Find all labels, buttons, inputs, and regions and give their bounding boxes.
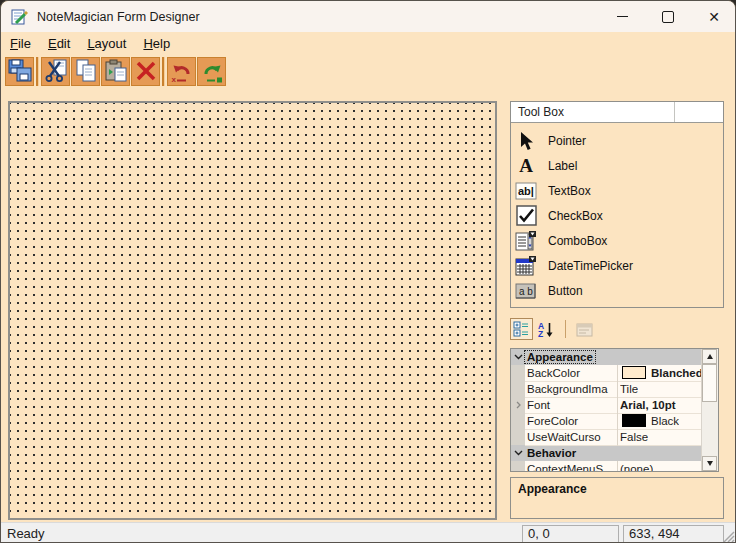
undo-icon: x [170, 59, 194, 83]
menubar: File Edit Layout Help [1, 32, 736, 54]
form-design-surface[interactable] [8, 101, 497, 520]
close-button[interactable]: ✕ [691, 1, 736, 32]
toolbar-separator [35, 57, 40, 86]
chevron-down-icon [511, 354, 525, 360]
label-icon: A [515, 155, 537, 176]
toolbox-header-divider [674, 102, 675, 122]
window-title: NoteMagician Form Designer [37, 10, 200, 24]
property-description-panel: Appearance [510, 477, 724, 519]
alphabetical-sort-button[interactable]: A Z [535, 318, 558, 340]
cut-icon [44, 59, 68, 83]
scrollbar-thumb[interactable] [702, 364, 717, 402]
description-title: Appearance [518, 482, 716, 496]
paste-button[interactable] [101, 57, 130, 86]
toolbox-item-checkbox[interactable]: CheckBox [511, 203, 723, 228]
toolbox-item-label[interactable]: A Label [511, 153, 723, 178]
property-grid-scrollbar[interactable] [701, 349, 718, 471]
redo-button[interactable] [197, 57, 226, 86]
app-window: NoteMagician Form Designer ✕ File Edit L… [0, 0, 736, 543]
toolbox-header-label: Tool Box [518, 105, 564, 119]
chevron-right-icon [516, 399, 521, 411]
categorized-button[interactable] [510, 318, 533, 340]
copy-icon [74, 59, 98, 83]
save-icon [8, 59, 32, 83]
status-ready-text: Ready [7, 523, 45, 543]
svg-text:a b: a b [519, 285, 533, 296]
toolbox-header[interactable]: Tool Box [511, 102, 723, 123]
toolbox-panel: Tool Box Pointer A Label ab| [510, 101, 724, 308]
property-row-font[interactable]: Font Arial, 10pt [511, 397, 704, 413]
menu-file[interactable]: File [10, 36, 31, 51]
datetimepicker-icon [515, 255, 537, 276]
checkbox-icon [515, 205, 537, 226]
property-row-backcolor[interactable]: BackColor BlanchedAlm [511, 365, 704, 381]
button-icon: a b [515, 280, 537, 301]
undo-button[interactable]: x [167, 57, 196, 86]
svg-text:ab|: ab| [518, 185, 534, 197]
delete-button[interactable] [131, 57, 160, 86]
menu-help[interactable]: Help [143, 36, 170, 51]
property-pages-button[interactable] [573, 318, 596, 340]
menu-layout[interactable]: Layout [87, 36, 126, 51]
copy-button[interactable] [71, 57, 100, 86]
toolbar: x [5, 56, 227, 86]
property-row-backgroundimage[interactable]: BackgroundIma Tile [511, 381, 704, 397]
property-toolbar-separator [565, 320, 566, 338]
forecolor-swatch [622, 414, 646, 427]
redo-icon [200, 59, 224, 83]
delete-icon [134, 59, 158, 83]
maximize-icon [662, 11, 674, 23]
scroll-up-button[interactable] [702, 349, 717, 364]
toolbox-item-button[interactable]: a b Button [511, 278, 723, 303]
resize-grip[interactable] [722, 530, 735, 543]
property-category-appearance[interactable]: Appearance [511, 349, 704, 365]
cut-button[interactable] [41, 57, 70, 86]
svg-text:x: x [171, 75, 176, 83]
save-button[interactable] [5, 57, 34, 86]
combobox-icon [515, 230, 537, 251]
triangle-down-icon [707, 461, 713, 466]
menu-edit[interactable]: Edit [48, 36, 70, 51]
backcolor-swatch [622, 366, 646, 379]
statusbar: Ready 0, 0 633, 494 [1, 522, 736, 543]
property-category-behavior[interactable]: Behavior [511, 445, 704, 461]
svg-text:Z: Z [538, 329, 543, 338]
property-grid-toolbar: A Z [510, 316, 724, 342]
minimize-icon [617, 16, 628, 17]
property-row-forecolor[interactable]: ForeColor Black [511, 413, 704, 429]
minimize-button[interactable] [599, 1, 645, 32]
toolbox-item-combobox[interactable]: ComboBox [511, 228, 723, 253]
property-grid: Appearance BackColor BlanchedAlm Backgro… [510, 348, 719, 472]
triangle-up-icon [707, 354, 713, 359]
toolbox-item-pointer[interactable]: Pointer [511, 128, 723, 153]
toolbox-item-datetimepicker[interactable]: DateTimePicker [511, 253, 723, 278]
status-cursor-position: 0, 0 [522, 525, 619, 543]
property-row-contextmenustrip[interactable]: ContextMenuS (none) [511, 461, 704, 472]
status-form-size: 633, 494 [623, 525, 724, 543]
alphabetical-sort-icon: A Z [538, 321, 555, 338]
titlebar[interactable]: NoteMagician Form Designer ✕ [1, 1, 736, 32]
property-pages-icon [576, 322, 594, 337]
app-icon [11, 8, 28, 25]
chevron-down-icon [511, 450, 525, 456]
close-icon: ✕ [708, 10, 720, 24]
categorized-icon [513, 321, 530, 337]
maximize-button[interactable] [645, 1, 691, 32]
paste-icon [104, 59, 128, 83]
toolbar-separator [161, 57, 166, 86]
pointer-icon [515, 130, 537, 151]
scroll-down-button[interactable] [702, 456, 717, 471]
textbox-icon: ab| [515, 180, 537, 201]
property-row-usewaitcursor[interactable]: UseWaitCurso False [511, 429, 704, 445]
toolbox-item-textbox[interactable]: ab| TextBox [511, 178, 723, 203]
